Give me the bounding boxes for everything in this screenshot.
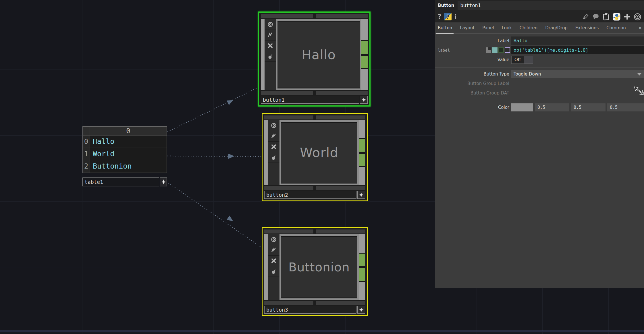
help-icon[interactable]: ? [438,13,441,20]
output-strip[interactable] [359,120,365,185]
close-viewer-icon[interactable] [268,256,279,266]
value-toggle[interactable]: Off [511,56,533,64]
close-viewer-icon[interactable] [265,40,276,51]
tab-look[interactable]: Look [502,22,512,33]
panel-output-connector[interactable] [359,254,365,266]
param-collapse-indicator[interactable]: — [438,38,440,43]
button3-name-field[interactable]: button3 [264,306,356,314]
button3-node[interactable]: Buttonion button3 [262,227,368,316]
input-strip[interactable] [261,19,265,90]
constant-mode-chip[interactable] [486,47,491,53]
param-label[interactable]: Value [435,57,511,62]
tab-common[interactable]: Common [606,22,626,33]
info-icon[interactable]: i [454,13,456,20]
target-icon[interactable] [634,13,641,21]
button2-expand-button[interactable] [357,191,365,199]
panel-output-connector[interactable] [361,56,368,68]
color-g-field[interactable]: 0.5 [571,103,606,111]
interact-icon[interactable] [268,131,279,142]
viewer-controls [265,19,276,90]
table-row[interactable]: 0 Hallo [83,136,167,148]
bottom-connector-bar[interactable] [261,91,368,95]
top-connector-bar[interactable] [261,14,368,18]
param-row-label: — Label Hallo [435,36,644,45]
button-panel-label: Hallo [302,47,336,62]
export-mode-chip[interactable] [498,47,504,53]
table-row[interactable]: 1 World [83,148,167,160]
operator-name-field[interactable]: button1 [458,1,644,10]
expression-mode-chip[interactable] [492,47,498,53]
close-viewer-icon[interactable] [268,142,279,152]
table-header-row: 0 [83,127,167,136]
python-help-icon[interactable]: ? [444,13,452,20]
wire-table-to-button1[interactable] [167,86,260,132]
table1-name-field[interactable]: table1 [82,177,159,186]
color-swatch[interactable] [511,103,533,111]
button2-node[interactable]: World button2 [262,113,368,201]
param-label: Button Group Label [435,81,511,86]
button1-panel-viewer[interactable]: Hallo [276,19,361,90]
bind-mode-chip[interactable] [505,47,510,53]
panel-output-connector[interactable] [359,154,365,166]
table1-viewer[interactable]: 0 0 Hallo 1 World 2 Buttonion [82,126,167,173]
tab-layout[interactable]: Layout [460,22,475,33]
tab-extensions[interactable]: Extensions [575,22,599,33]
button1-expand-button[interactable] [360,96,368,104]
star-plus-icon [161,179,166,184]
clipboard-icon[interactable] [602,13,610,21]
param-label[interactable]: Button Type [435,72,511,77]
button3-panel-viewer[interactable]: Buttonion [279,234,359,300]
tab-drag-drop[interactable]: Drag/Drop [545,22,568,33]
label-value-field[interactable]: Hallo [511,36,644,45]
color-r-field[interactable]: 0.5 [535,103,569,111]
button1-name-field[interactable]: button1 [261,96,359,104]
lock-icon[interactable] [268,152,279,163]
lock-icon[interactable] [268,266,279,277]
input-strip[interactable] [264,120,268,185]
top-connector-bar[interactable] [264,229,365,233]
button3-expand-button[interactable] [357,306,365,314]
toggle-box[interactable] [524,56,533,63]
button-type-dropdown[interactable]: Toggle Down [511,70,644,78]
color-b-field[interactable]: 0.5 [607,103,644,111]
input-strip[interactable] [264,234,268,300]
output-strip[interactable] [361,19,368,90]
button2-name-field[interactable]: button2 [264,191,356,199]
lock-icon[interactable] [265,51,276,62]
param-label[interactable]: Color [435,105,511,110]
display-toggle-icon[interactable] [268,120,279,131]
table1-node[interactable]: 0 0 Hallo 1 World 2 Buttonion table1 [82,126,167,186]
pane-divider[interactable] [0,331,644,331]
more-tabs-chevron-icon[interactable]: » [639,25,644,31]
button2-panel-viewer[interactable]: World [279,120,359,185]
tab-children[interactable]: Children [520,22,537,33]
panel-output-connector[interactable] [359,268,365,281]
python-icon[interactable] [613,13,620,21]
add-icon[interactable] [623,13,631,20]
comment-bubble-icon[interactable] [592,13,599,20]
param-label[interactable]: Label [435,38,511,43]
wire-table-to-button3[interactable] [168,183,261,247]
table-row[interactable]: 2 Buttonion [83,160,167,173]
edit-pencil-icon[interactable] [582,13,589,20]
tab-button[interactable]: Button [438,22,452,33]
tab-panel[interactable]: Panel [482,22,494,33]
wire-table-to-button2[interactable] [167,156,262,157]
panel-output-connector[interactable] [361,41,368,54]
interact-icon[interactable] [265,30,276,40]
output-strip[interactable] [359,234,365,300]
row-value: Buttonion [90,160,167,173]
display-toggle-icon[interactable] [268,234,279,245]
interact-icon[interactable] [268,245,279,256]
param-row-color: Color 0.5 0.5 0.5 [435,103,644,112]
param-row-value: Value Off [435,55,644,64]
bottom-connector-bar[interactable] [264,301,365,305]
panel-output-connector[interactable] [359,139,365,152]
top-connector-bar[interactable] [264,115,365,119]
label-expression-field[interactable]: op('table1')[me.digits-1,0] [511,46,644,54]
table1-expand-button[interactable] [160,177,167,186]
display-toggle-icon[interactable] [265,19,276,30]
row-index: 1 [83,148,90,160]
bottom-connector-bar[interactable] [264,186,365,190]
button1-node[interactable]: Hallo button1 [258,11,371,107]
